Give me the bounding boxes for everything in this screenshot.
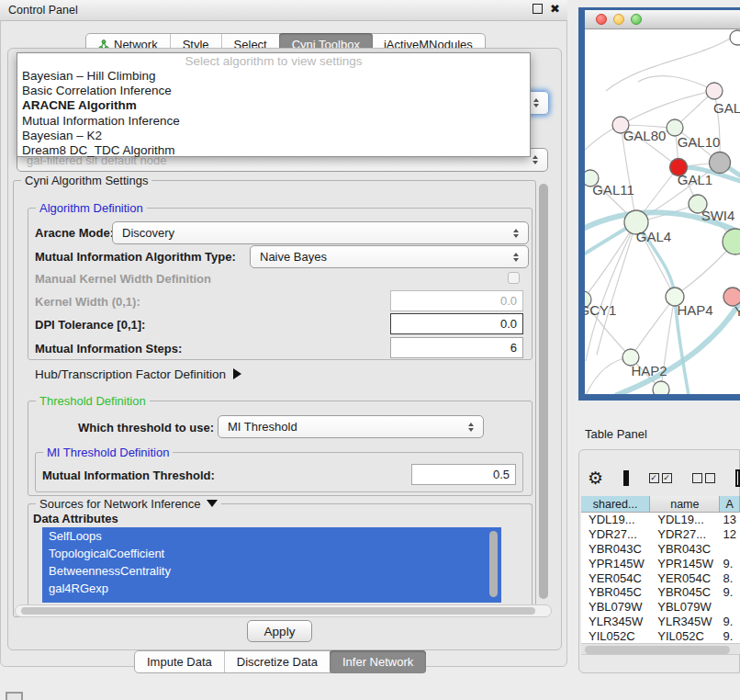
network-edge[interactable] (631, 297, 675, 357)
mi-threshold-field[interactable]: 0.5 (411, 464, 516, 485)
table-column-header[interactable]: A (720, 496, 740, 513)
data-attribute-item[interactable]: gal4RGexp (42, 580, 501, 597)
dpi-tolerance-field[interactable]: 0.0 (390, 313, 523, 334)
data-attribute-item[interactable]: BetweennessCentrality (42, 562, 501, 580)
table-cell: 9. (720, 615, 740, 628)
tab-impute-data[interactable]: Impute Data (135, 651, 225, 672)
network-edge[interactable] (621, 91, 714, 125)
control-panel-titlebar: Control Panel ✖ (0, 0, 567, 21)
expanded-arrow-icon (207, 500, 218, 507)
node-table-header: shared...nameA (581, 496, 740, 513)
mi-threshold-value: 0.5 (493, 468, 510, 481)
network-edge[interactable] (586, 222, 636, 361)
table-panel-toolbar: ⚙ ✓✓ (588, 462, 740, 493)
data-attribute-item[interactable]: SelfLoops (42, 527, 501, 545)
table-row[interactable]: YDL19...YDL19...13 (581, 513, 740, 527)
tab-infer-network[interactable]: Infer Network (330, 650, 426, 673)
settings-horizontal-scrollbar[interactable] (15, 604, 552, 617)
table-row[interactable]: YBR045CYBR045C9. (581, 585, 740, 600)
table-cell: YBL079W (650, 600, 720, 614)
checkbox-unchecked-icon (692, 473, 702, 483)
apply-button[interactable]: Apply (247, 620, 312, 642)
which-threshold-value: MI Threshold (219, 420, 463, 434)
which-threshold-combo[interactable]: MI Threshold (218, 415, 484, 438)
manual-kernel-checkbox[interactable] (508, 272, 520, 284)
settings-vertical-scrollbar[interactable] (539, 184, 548, 599)
algorithm-dropdown-item[interactable]: Basic Correlation Inference (17, 84, 530, 98)
table-row[interactable]: YIL052CYIL052C9. (581, 628, 740, 643)
table-cell: YIL052C (650, 629, 720, 643)
tab-label: Impute Data (147, 655, 212, 669)
kernel-width-field[interactable]: 0.0 (390, 290, 523, 311)
node-gal-partial[interactable] (706, 83, 723, 99)
close-icon[interactable]: ✖ (550, 5, 560, 14)
tab-label: Infer Network (342, 655, 413, 669)
table-row[interactable]: YER054CYER054C8. (581, 570, 740, 585)
mac-close-light[interactable] (596, 14, 607, 25)
node-bottom-partial[interactable] (653, 381, 669, 394)
checkbox-checked-icon: ✓ (649, 473, 659, 483)
sources-toggle[interactable]: Sources for Network Inference (36, 497, 221, 511)
table-horizontal-scrollbar-thumb[interactable] (585, 646, 730, 654)
mac-zoom-light[interactable] (631, 14, 642, 25)
stepper-icon (508, 229, 524, 238)
network-edge[interactable] (585, 222, 636, 299)
checkbox-unchecked-icon (705, 473, 715, 483)
node-gray[interactable] (710, 152, 731, 174)
data-attributes-list[interactable]: SelfLoopsTopologicalCoefficientBetweenne… (42, 527, 501, 603)
algorithm-dropdown-item[interactable]: Bayesian – K2 (17, 129, 530, 143)
node-top-partial[interactable] (730, 30, 740, 45)
stepper-icon (508, 253, 524, 262)
mac-minimize-light[interactable] (613, 14, 624, 25)
table-row[interactable]: YBL079WYBL079W (581, 600, 740, 615)
algorithm-dropdown-popup: Select algorithm to view settings Bayesi… (17, 52, 531, 157)
table-cell: YBL079W (581, 600, 650, 614)
network-canvas[interactable]: GALGAL80GAL10GAL1GAL11SWI4GAL4GCY1HAP4YH… (585, 29, 740, 394)
table-horizontal-scrollbar[interactable] (581, 643, 740, 655)
attributes-list-scrollbar[interactable] (489, 531, 498, 597)
float-icon[interactable] (533, 4, 543, 14)
table-cell: YPR145W (581, 557, 650, 570)
data-attribute-item[interactable]: TopologicalCoefficient (42, 545, 501, 562)
node-green-right[interactable] (723, 229, 740, 254)
docked-panel-icon[interactable] (6, 692, 23, 700)
table-cell: YDR27... (650, 527, 720, 541)
mi-steps-label: Mutual Information Steps: (35, 342, 182, 356)
table-row[interactable]: YDR27...YDR27...12 (581, 527, 740, 542)
data-attributes-label: Data Attributes (33, 512, 118, 525)
gear-icon[interactable]: ⚙ (588, 469, 603, 487)
sources-title: Sources for Network Inference (39, 497, 201, 511)
aracne-mode-label: Aracne Mode: (35, 226, 114, 240)
node-table: shared...nameA YDL19...YDL19...13YDR27..… (581, 496, 740, 643)
cyni-bottom-tabbar: Impute DataDiscretize DataInfer Network (134, 650, 426, 673)
tab-discretize-data[interactable]: Discretize Data (225, 651, 331, 672)
algorithm-dropdown-item[interactable]: Dream8 DC_TDC Algorithm (17, 143, 530, 158)
kernel-width-value: 0.0 (500, 294, 517, 308)
file-icon[interactable] (735, 469, 740, 487)
mi-steps-field[interactable]: 6 (390, 337, 523, 358)
unchecked-columns-icon[interactable] (692, 473, 715, 483)
table-column-header[interactable]: shared... (581, 496, 650, 513)
aracne-mode-combo[interactable]: Discovery (112, 221, 529, 244)
table-row[interactable]: YLR345WYLR345W9. (581, 615, 740, 629)
mi-type-combo[interactable]: Naive Bayes (250, 245, 529, 268)
network-edge[interactable] (638, 76, 714, 91)
settings-horizontal-scrollbar-thumb[interactable] (21, 607, 535, 615)
mi-type-label: Mutual Information Algorithm Type: (35, 250, 236, 264)
table-cell: YLR345W (581, 615, 650, 628)
node-hap2-label: HAP2 (631, 363, 667, 378)
checked-columns-icon[interactable]: ✓✓ (649, 473, 672, 483)
column-split-icon[interactable] (623, 470, 629, 486)
cyni-algorithm-settings-title: Cyni Algorithm Settings (21, 174, 151, 187)
table-column-header[interactable]: name (650, 496, 720, 513)
table-cell: YBR043C (581, 542, 650, 556)
network-window-titlebar[interactable] (585, 10, 740, 29)
table-row[interactable]: YPR145WYPR145W9. (581, 556, 740, 570)
hub-definition-toggle[interactable]: Hub/Transcription Factor Definition (35, 367, 241, 381)
node-table-body: YDL19...YDL19...13YDR27...YDR27...12YBR0… (581, 513, 740, 643)
algorithm-dropdown-prompt: Select algorithm to view settings (17, 53, 530, 69)
algorithm-dropdown-item[interactable]: ARACNE Algorithm (17, 98, 530, 113)
algorithm-dropdown-item[interactable]: Bayesian – Hill Climbing (17, 69, 530, 84)
algorithm-dropdown-item[interactable]: Mutual Information Inference (17, 114, 530, 129)
table-row[interactable]: YBR043CYBR043C (581, 542, 740, 557)
